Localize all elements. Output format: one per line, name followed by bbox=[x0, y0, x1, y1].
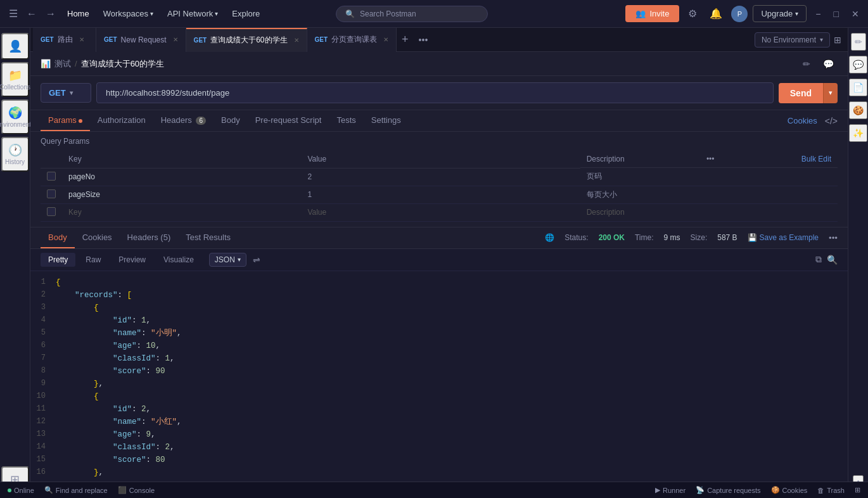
forward-button[interactable]: → bbox=[42, 6, 60, 22]
tab-close-1[interactable]: ✕ bbox=[173, 36, 178, 43]
empty-check[interactable] bbox=[41, 203, 62, 221]
capture-item[interactable]: 📡 Capture requests bbox=[696, 486, 760, 494]
row-key-0[interactable]: pageNo bbox=[62, 168, 301, 186]
save-example-button[interactable]: 💾 Save as Example bbox=[748, 233, 819, 242]
tab-0[interactable]: GET 路由 ✕ bbox=[33, 28, 96, 52]
find-replace[interactable]: 🔍 Find and replace bbox=[44, 486, 108, 494]
resp-more-button[interactable]: ••• bbox=[829, 233, 838, 243]
home-nav[interactable]: Home bbox=[61, 5, 96, 22]
req-tab-settings[interactable]: Settings bbox=[364, 110, 409, 131]
code-line-3: 3 { bbox=[30, 302, 848, 314]
send-button[interactable]: Send bbox=[779, 83, 823, 103]
upgrade-button[interactable]: Upgrade ▾ bbox=[753, 5, 807, 22]
api-network-nav[interactable]: API Network ▾ bbox=[161, 5, 224, 22]
send-dropdown[interactable]: ▾ bbox=[823, 83, 838, 103]
row-check-0[interactable] bbox=[41, 168, 62, 186]
empty-value[interactable]: Value bbox=[301, 203, 580, 221]
response-tabs-bar: Body Cookies Headers (5) Test Results 🌐 … bbox=[30, 227, 848, 249]
resp-tab-headers[interactable]: Headers (5) bbox=[120, 227, 179, 248]
url-input[interactable] bbox=[96, 82, 774, 103]
row-desc-1[interactable]: 每页大小 bbox=[580, 186, 838, 203]
req-tab-pre-request[interactable]: Pre-request Script bbox=[248, 110, 329, 131]
time-value: 9 ms bbox=[664, 233, 680, 242]
trash-item[interactable]: 🗑 Trash bbox=[817, 487, 845, 494]
avatar[interactable]: P bbox=[731, 6, 748, 22]
right-document-icon[interactable]: 📄 bbox=[849, 79, 867, 96]
req-tab-authorization[interactable]: Authorization bbox=[90, 110, 153, 131]
notification-icon[interactable]: 🔔 bbox=[706, 5, 726, 22]
json-format-selector[interactable]: JSON ▾ bbox=[209, 253, 246, 267]
cookies-link[interactable]: Cookies bbox=[788, 116, 817, 125]
req-tab-tests[interactable]: Tests bbox=[329, 110, 363, 131]
method-select[interactable]: GET ▾ bbox=[41, 83, 91, 103]
code-icon[interactable]: </> bbox=[825, 116, 838, 126]
history-label: History bbox=[5, 158, 25, 165]
row-key-1[interactable]: pageSize bbox=[62, 186, 301, 203]
code-tab-pretty[interactable]: Pretty bbox=[41, 253, 75, 267]
resp-tab-cookies[interactable]: Cookies bbox=[75, 227, 120, 248]
sidebar-item-profile[interactable]: 👤 bbox=[1, 33, 29, 60]
close-button[interactable]: ✕ bbox=[848, 8, 863, 20]
resp-tab-test-results[interactable]: Test Results bbox=[178, 227, 238, 248]
sidebar-item-environments[interactable]: 🌍 Environments bbox=[1, 99, 29, 134]
bulk-edit[interactable]: Bulk Edit bbox=[801, 155, 831, 163]
row-check-1[interactable] bbox=[41, 186, 62, 203]
code-line-11: 11 "id": 2, bbox=[30, 403, 848, 416]
code-tab-visualize[interactable]: Visualize bbox=[156, 253, 201, 267]
invite-button[interactable]: 👥 Invite bbox=[625, 5, 679, 22]
console-item[interactable]: ⬛ Console bbox=[118, 486, 155, 494]
row-value-1[interactable]: 1 bbox=[301, 186, 580, 203]
empty-key[interactable]: Key bbox=[62, 203, 301, 221]
trash-label: Trash bbox=[827, 487, 845, 494]
code-tab-raw[interactable]: Raw bbox=[78, 253, 108, 267]
layout-icon[interactable]: ⊞ bbox=[855, 486, 860, 494]
copy-icon[interactable]: ⧉ bbox=[815, 254, 822, 265]
format-icon[interactable]: ⇌ bbox=[253, 255, 260, 265]
req-tab-body[interactable]: Body bbox=[214, 110, 248, 131]
search-code-icon[interactable]: 🔍 bbox=[827, 255, 838, 265]
environment-settings-icon[interactable]: ⊞ bbox=[830, 35, 845, 45]
tab-1[interactable]: GET New Request ✕ bbox=[96, 28, 186, 52]
runner-item[interactable]: ▶ Runner bbox=[655, 486, 686, 494]
right-edit-icon[interactable]: ✏ bbox=[851, 33, 866, 51]
edit-icon[interactable]: ✏ bbox=[799, 57, 814, 71]
tab-3[interactable]: GET 分页查询课表 ✕ bbox=[307, 28, 397, 52]
maximize-button[interactable]: □ bbox=[830, 8, 843, 20]
collections-icon: 📁 bbox=[8, 68, 22, 82]
right-comment-icon[interactable]: 💬 bbox=[849, 56, 867, 73]
online-status[interactable]: Online bbox=[8, 487, 34, 494]
tab-close-2[interactable]: ✕ bbox=[294, 37, 299, 44]
code-line-2: 2 "records": [ bbox=[30, 289, 848, 302]
workspaces-nav[interactable]: Workspaces ▾ bbox=[97, 5, 160, 22]
req-tab-headers[interactable]: Headers 6 bbox=[153, 110, 214, 131]
tab-2[interactable]: GET 查询成绩大于60的学生 ✕ bbox=[186, 28, 307, 52]
minimize-button[interactable]: − bbox=[812, 8, 824, 20]
environment-selector[interactable]: No Environment ▾ bbox=[755, 32, 830, 48]
row-value-0[interactable]: 2 bbox=[301, 168, 580, 186]
tab-close-3[interactable]: ✕ bbox=[383, 36, 388, 43]
resp-tab-body[interactable]: Body bbox=[41, 227, 75, 248]
tab-method-3: GET bbox=[315, 36, 328, 43]
explore-nav[interactable]: Explore bbox=[226, 5, 266, 22]
comment-icon[interactable]: 💬 bbox=[819, 57, 838, 71]
row-desc-0[interactable]: 页码 bbox=[580, 168, 838, 186]
sidebar-item-history[interactable]: 🕐 History bbox=[1, 137, 29, 172]
code-tab-preview[interactable]: Preview bbox=[111, 253, 153, 267]
hamburger-icon[interactable]: ☰ bbox=[5, 5, 22, 22]
back-button[interactable]: ← bbox=[23, 6, 41, 22]
cookies-status-icon: 🍪 bbox=[771, 486, 780, 494]
right-cookie-icon[interactable]: 🍪 bbox=[849, 101, 867, 119]
new-tab-button[interactable]: + bbox=[397, 33, 414, 46]
line-num-11: 11 bbox=[30, 403, 56, 415]
empty-desc[interactable]: Description bbox=[580, 203, 838, 221]
req-tab-params[interactable]: Params bbox=[41, 110, 90, 131]
search-bar[interactable]: 🔍 Search Postman bbox=[336, 6, 488, 22]
more-tabs-button[interactable]: ••• bbox=[414, 35, 433, 45]
tab-close-0[interactable]: ✕ bbox=[79, 36, 84, 43]
cookies-item[interactable]: 🍪 Cookies bbox=[771, 486, 808, 494]
settings-icon[interactable]: ⚙ bbox=[684, 5, 701, 22]
right-magic-icon[interactable]: ✨ bbox=[849, 124, 867, 142]
more-icon[interactable]: ••• bbox=[706, 155, 715, 163]
breadcrumb-parent[interactable]: 测试 bbox=[54, 58, 71, 70]
sidebar-item-collections[interactable]: 📁 Collections bbox=[1, 62, 29, 97]
